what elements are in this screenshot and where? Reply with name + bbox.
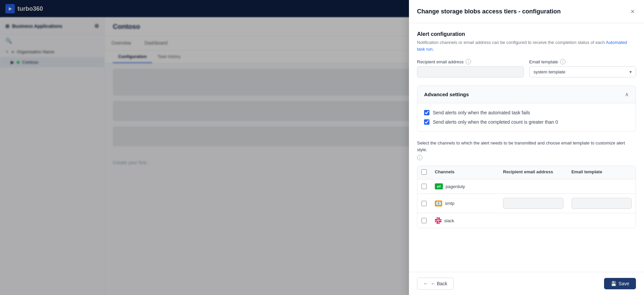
back-button[interactable]: ← ← Back	[417, 278, 454, 290]
checkbox-count[interactable]	[424, 119, 429, 125]
checkbox-row-2: Send alerts only when the completed coun…	[424, 119, 629, 125]
td-smtp-template: system template	[567, 194, 636, 213]
close-button[interactable]: ×	[629, 7, 636, 16]
td-smtp-checkbox	[417, 197, 431, 210]
recipient-field: Recipient email address i	[417, 59, 524, 77]
smtp-email-input[interactable]	[503, 198, 563, 209]
td-pd-template	[567, 182, 636, 190]
alert-config-desc: Notification channels or email address c…	[417, 39, 636, 52]
td-slack-checkbox	[417, 214, 431, 227]
channels-info-icon[interactable]: i	[417, 155, 422, 160]
modal-title: Change storage blobs access tiers - conf…	[417, 8, 561, 15]
pagerduty-checkbox[interactable]	[421, 184, 427, 189]
alert-config-title: Alert configuration	[417, 31, 636, 37]
recipient-email-input[interactable]	[417, 66, 524, 77]
checkbox-row-1: Send alerts only when the automated task…	[424, 110, 629, 115]
email-template-select[interactable]: system template custom template	[529, 66, 636, 77]
td-slack-template	[567, 217, 636, 225]
td-slack-email	[499, 217, 567, 225]
modal: Change storage blobs access tiers - conf…	[409, 0, 644, 295]
th-channels: Channels	[431, 166, 499, 179]
save-button[interactable]: 💾 Save	[604, 278, 636, 289]
form-row: Recipient email address i Email template…	[417, 59, 636, 77]
email-template-info-icon[interactable]: i	[560, 59, 565, 64]
td-pd-name: pd pagerduty	[431, 179, 499, 193]
email-template-field: Email template i system template custom …	[529, 59, 636, 77]
automated-task-link[interactable]: Automated task run.	[417, 40, 627, 52]
advanced-settings-title: Advanced settings	[424, 92, 469, 97]
collapse-icon: ∧	[625, 91, 629, 98]
td-pd-checkbox	[417, 180, 431, 193]
email-template-select-wrapper: system template custom template ▼	[529, 66, 636, 77]
modal-header: Change storage blobs access tiers - conf…	[409, 0, 644, 23]
table-row-smtp: 📧 smtp system template	[417, 194, 636, 213]
checkbox-fails-label: Send alerts only when the automated task…	[433, 110, 530, 115]
modal-body: Alert configuration Notification channel…	[409, 23, 644, 272]
td-pd-email	[499, 182, 567, 190]
td-smtp-name: 📧 smtp	[431, 196, 499, 211]
td-smtp-email	[499, 194, 567, 213]
save-icon: 💾	[611, 281, 616, 286]
table-row-pagerduty: pd pagerduty	[417, 179, 636, 194]
pagerduty-icon: pd	[435, 183, 443, 189]
modal-footer: ← ← Back 💾 Save	[409, 272, 644, 295]
th-email-template: Email template	[567, 166, 636, 179]
slack-icon	[435, 217, 442, 224]
checkbox-fails[interactable]	[424, 110, 429, 115]
recipient-label: Recipient email address i	[417, 59, 524, 64]
header-checkbox[interactable]	[421, 169, 427, 175]
table-header: Channels Recipient email address Email t…	[417, 166, 636, 179]
smtp-template-input[interactable]: system template	[571, 198, 632, 209]
back-arrow-icon: ←	[423, 281, 428, 286]
th-checkbox	[417, 166, 431, 179]
channels-desc: Select the channels to which the alert n…	[417, 140, 636, 160]
td-slack-name: slack	[431, 213, 499, 228]
smtp-checkbox[interactable]	[421, 201, 427, 206]
email-template-label: Email template i	[529, 59, 636, 64]
advanced-settings-body: Send alerts only when the automated task…	[417, 103, 636, 132]
recipient-info-icon[interactable]: i	[466, 59, 471, 64]
slack-checkbox[interactable]	[421, 218, 427, 223]
advanced-settings-header[interactable]: Advanced settings ∧	[417, 85, 636, 103]
smtp-icon: 📧	[435, 200, 442, 206]
checkbox-count-label: Send alerts only when the completed coun…	[433, 119, 558, 125]
advanced-settings-section: Advanced settings ∧ Send alerts only whe…	[417, 85, 636, 132]
channels-table: Channels Recipient email address Email t…	[417, 166, 636, 228]
th-recipient: Recipient email address	[499, 166, 567, 179]
table-row-slack: slack	[417, 213, 636, 228]
